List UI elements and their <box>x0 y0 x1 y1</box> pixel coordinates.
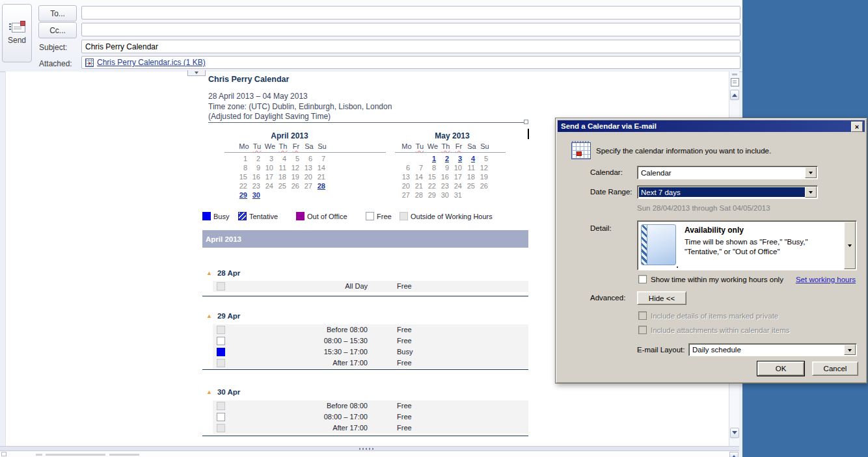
date-range-dropdown[interactable]: Next 7 days <box>637 185 818 199</box>
send-button[interactable]: Send <box>2 4 32 62</box>
calendar-day <box>290 191 303 200</box>
chevron-down-icon <box>848 349 852 354</box>
expand-headers-icon[interactable] <box>731 78 739 86</box>
day-header: Sa <box>465 142 478 151</box>
attachment-link[interactable]: Chris Perry Calendar.ics (1 KB) <box>97 58 206 67</box>
attached-field: Chris Perry Calendar.ics (1 KB) <box>81 56 740 69</box>
calendar-day: 24 <box>264 182 277 191</box>
calendar-day: 1 <box>237 155 251 164</box>
detail-dropdown-arrow[interactable] <box>844 222 856 269</box>
dialog-titlebar[interactable]: Send a Calendar via E-mail × <box>558 120 865 132</box>
free-swatch <box>366 212 374 220</box>
calendar-day-link[interactable]: 28 <box>316 182 329 191</box>
calendar-day: 12 <box>290 164 303 173</box>
hide-advanced-button[interactable]: Hide << <box>637 291 686 305</box>
email-layout-label: E-mail Layout: <box>637 346 685 354</box>
calendar-day-link[interactable]: 3 <box>452 155 465 164</box>
detail-combobox[interactable]: Availability only Time will be shown as … <box>637 220 857 270</box>
calendar-dropdown-arrow[interactable] <box>805 167 817 178</box>
calendar-day: 6 <box>303 155 316 164</box>
dialog-title: Send a Calendar via E-mail <box>561 122 657 130</box>
calendar-day: 16 <box>251 173 264 182</box>
detail-field-label: Detail: <box>590 224 612 232</box>
calendar-day <box>303 191 316 200</box>
calendar-day-link[interactable]: 4 <box>465 155 478 164</box>
email-layout-dropdown-arrow[interactable] <box>844 345 856 355</box>
snapshot-dst-note: (Adjusted for Daylight Saving Time) <box>208 112 331 121</box>
send-envelope-icon <box>9 22 25 32</box>
include-attachments-label: Include attachments within calendar item… <box>651 326 790 334</box>
dialog-close-button[interactable]: × <box>851 122 863 132</box>
availability-only-icon <box>641 224 676 265</box>
close-icon: × <box>855 124 859 131</box>
header-collapse-tab[interactable] <box>187 70 206 76</box>
calendar-header-rule <box>224 152 386 153</box>
working-hours-checkbox[interactable] <box>638 275 647 283</box>
scrollbar-grip[interactable] <box>732 73 737 75</box>
calendar-day-link[interactable]: 30 <box>251 191 264 200</box>
legend-label: Tentative <box>249 213 278 220</box>
busy-swatch <box>202 212 211 220</box>
calendar-attachment-icon <box>85 59 94 67</box>
calendar-day: 9 <box>439 164 452 173</box>
mini-calendar-grid-april: 1234567891011121314151617181920212223242… <box>237 155 329 200</box>
calendar-day-link[interactable]: 1 <box>426 155 439 164</box>
splitter-dots-icon <box>359 448 373 450</box>
calendar-day <box>316 191 329 200</box>
date-range-dropdown-arrow[interactable] <box>805 187 817 198</box>
day-header: Su <box>316 142 329 151</box>
calendar-day: 14 <box>413 173 426 182</box>
clipped-scroll-button[interactable] <box>729 452 739 457</box>
mini-calendar-title-may: May 2013 <box>400 131 504 140</box>
calendar-day: 12 <box>478 164 491 173</box>
legend-label: Free <box>377 213 392 220</box>
snapshot-date-range: 28 April 2013 – 04 May 2013 <box>208 92 308 101</box>
calendar-day: 13 <box>400 173 413 182</box>
calendar-day: 7 <box>413 164 426 173</box>
day-header: We <box>264 142 277 151</box>
calendar-day-link[interactable]: 2 <box>439 155 452 164</box>
calendar-day <box>400 155 413 164</box>
day-header: Tu <box>413 142 426 151</box>
pane-splitter[interactable] <box>0 446 739 451</box>
calendar-day <box>465 191 478 200</box>
calendar-day <box>264 191 277 200</box>
cancel-button[interactable]: Cancel <box>812 361 858 376</box>
legend-item-free: Free <box>366 212 392 220</box>
calendar-day: 10 <box>452 164 465 173</box>
calendar-day <box>478 191 491 200</box>
outside-swatch <box>400 212 408 220</box>
include-private-checkbox <box>638 311 647 320</box>
calendar-day: 16 <box>439 173 452 182</box>
calendar-field-label: Calendar: <box>590 168 623 176</box>
day-header: Su <box>478 142 491 151</box>
to-button[interactable]: To... <box>38 5 77 21</box>
cc-input[interactable] <box>81 23 740 36</box>
clipped-text-artifact <box>36 454 42 456</box>
calendar-day: 8 <box>426 164 439 173</box>
legend-item-tentative: Tentative <box>238 212 278 220</box>
day-header: Th <box>277 142 290 151</box>
set-working-hours-link[interactable]: Set working hours <box>796 276 856 283</box>
calendar-dropdown[interactable]: Calendar <box>637 166 818 179</box>
outlook-compose-window: Send To... Cc... Subject: Chris Perry Ca… <box>0 0 868 457</box>
calendar-day-link[interactable]: 29 <box>237 191 251 200</box>
legend-item-busy: Busy <box>202 212 229 220</box>
chevron-down-icon <box>809 172 813 176</box>
day-header: We <box>426 142 439 151</box>
calendar-day: 18 <box>277 173 290 182</box>
to-input[interactable] <box>81 6 740 20</box>
scroll-up-button[interactable] <box>730 90 739 100</box>
detail-option-title: Availability only <box>685 226 744 235</box>
scroll-down-button[interactable] <box>730 428 739 438</box>
advanced-label: Advanced: <box>590 294 625 302</box>
subject-input[interactable]: Chris Perry Calendar <box>81 40 740 53</box>
table-resize-handle[interactable] <box>524 120 528 124</box>
cc-button[interactable]: Cc... <box>38 22 77 38</box>
calendar-day <box>277 191 290 200</box>
calendar-day: 7 <box>316 155 329 164</box>
day-header: Sa <box>303 142 316 151</box>
ok-button[interactable]: OK <box>757 361 804 376</box>
email-layout-dropdown[interactable]: Daily schedule <box>688 343 857 356</box>
chevron-down-icon <box>848 244 852 249</box>
